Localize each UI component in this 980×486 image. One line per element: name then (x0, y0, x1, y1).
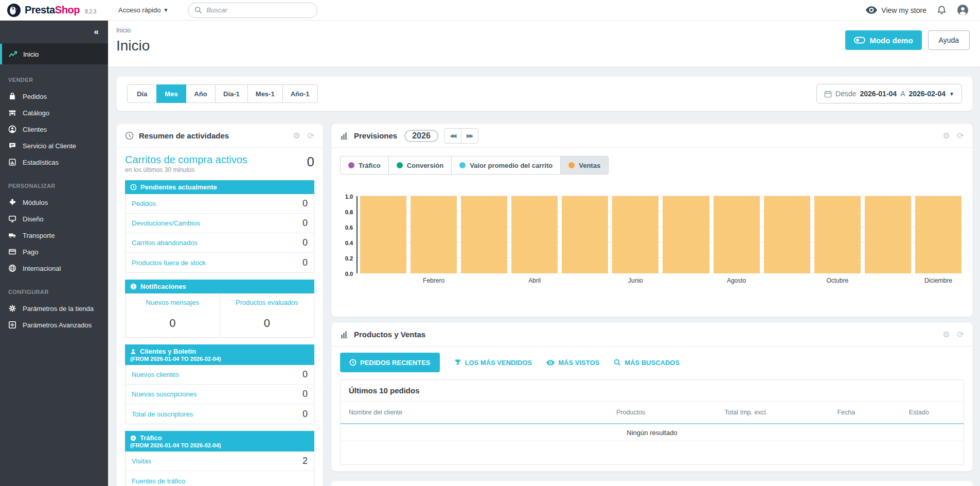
sidebar-item-modulos[interactable]: Módulos (8, 194, 100, 211)
date-separator: A (900, 90, 905, 98)
sidebar-item-label: Pago (23, 248, 38, 256)
sidebar-section-personalizar: PERSONALIZAR Módulos Diseño Transporte P… (0, 183, 108, 276)
refresh-icon[interactable]: ⟳ (957, 329, 964, 339)
trophy-icon (454, 359, 461, 366)
period-ano1-button[interactable]: Año-1 (282, 84, 318, 103)
column-header: Nombre del cliente (349, 409, 579, 416)
legend-valor-promedio[interactable]: Valor promedio del carrito (451, 156, 561, 175)
store-icon (8, 109, 16, 117)
tab-mas-buscados[interactable]: MÁS BUSCADOS (614, 359, 680, 367)
period-mes-button[interactable]: Mes (156, 84, 186, 103)
date-range-picker[interactable]: Desde 2026-01-04 A 2026-02-04 ▼ (816, 84, 962, 103)
notif-link[interactable]: Productos evaluados (220, 299, 314, 306)
tab-los-mas-vendidos[interactable]: LOS MÁS VENDIDOS (454, 359, 532, 367)
globe-icon (8, 264, 16, 272)
legend-trafico[interactable]: Tráfico (340, 156, 389, 175)
gear-icon[interactable]: ⚙ (293, 131, 300, 141)
user-icon[interactable] (957, 4, 969, 16)
sidebar-item-clientes[interactable]: Clientes (8, 121, 100, 137)
sidebar-item-catalogo[interactable]: Catálogo (8, 105, 100, 121)
caret-down-icon: ▼ (163, 7, 168, 13)
column-header: Productos (579, 409, 682, 416)
bar-noviembre (865, 196, 911, 273)
dashboard-content: Día Mes Año Día-1 Mes-1 Año-1 Desde 2026… (108, 67, 980, 486)
sidebar-item-servicio[interactable]: Servicio al Cliente (8, 137, 100, 154)
table-row: Total de suscriptores0 (126, 404, 314, 424)
sidebar-item-label: Catálogo (23, 109, 49, 117)
legend-conversion[interactable]: Conversión (388, 156, 452, 175)
bell-icon[interactable] (937, 5, 947, 15)
view-my-store-link[interactable]: View my store (866, 6, 926, 14)
gear-icon[interactable]: ⚙ (942, 329, 950, 339)
card-title: Últimos 10 pedidos (341, 380, 964, 402)
x-tick-label: Febrero (411, 277, 457, 284)
sidebar-item-label: Módulos (23, 199, 48, 206)
x-tick-label (562, 277, 608, 284)
customers-rows: Nuevos clientes0 Nuevas suscripciones0 T… (125, 365, 314, 424)
traffic-icon (130, 435, 136, 441)
section-title: PERSONALIZAR (8, 183, 100, 189)
sidebar: « Inicio VENDER Pedidos Catálogo Cliente… (0, 21, 108, 486)
prestashop-logo[interactable]: PrestaShop 8.2.3 (0, 4, 109, 17)
pending-rows: Pedidos0 Devoluciones/Cambios0 Carritos … (125, 194, 314, 273)
legend-dot (348, 162, 354, 168)
active-carts-link[interactable]: Carritos de compra activos (125, 154, 247, 166)
breadcrumb[interactable]: Inicio (116, 27, 131, 34)
year-badge[interactable]: 2026 (404, 130, 438, 142)
sidebar-item-diseno[interactable]: Diseño (8, 211, 100, 227)
x-tick-label: Diciembre (915, 277, 961, 284)
sidebar-item-inicio[interactable]: Inicio (0, 44, 108, 64)
sidebar-item-parametros-avanzados[interactable]: Parámetros Avanzados (8, 317, 100, 333)
puzzle-icon (8, 198, 16, 206)
demo-mode-button[interactable]: Modo demo (845, 30, 921, 50)
forecast-y-axis: 0.00.20.40.60.81.0 (338, 196, 357, 273)
calendar-icon (824, 90, 832, 98)
x-tick-label (461, 277, 507, 284)
panel-title: Previsiones (354, 131, 397, 140)
sidebar-item-transporte[interactable]: Transporte (8, 227, 100, 244)
notifications-band: Notificaciones (125, 280, 314, 293)
main-area: Inicio Inicio Modo demo Ayuda Día Mes Añ… (108, 21, 980, 486)
refresh-icon[interactable]: ⟳ (308, 131, 314, 141)
gear-icon[interactable]: ⚙ (942, 131, 950, 141)
sidebar-item-pago[interactable]: Pago (8, 244, 100, 260)
period-ano-button[interactable]: Año (186, 84, 216, 103)
legend-ventas[interactable]: Ventas (560, 156, 609, 175)
refresh-icon[interactable]: ⟳ (957, 131, 964, 141)
help-button[interactable]: Ayuda (928, 30, 970, 50)
column-header: Total Imp. excl. (682, 409, 810, 416)
search-input[interactable] (206, 6, 311, 14)
search-icon (194, 6, 202, 14)
period-dia1-button[interactable]: Día-1 (215, 84, 248, 103)
sidebar-item-label: Pedidos (23, 93, 47, 100)
period-mes1-button[interactable]: Mes-1 (247, 84, 283, 103)
section-title: CONFIGURAR (8, 289, 100, 295)
next-year-button[interactable]: ▶▶ (461, 128, 478, 144)
sidebar-item-parametros-tienda[interactable]: Parámetros de la tienda (8, 300, 100, 317)
traffic-rows: Visitas2 Fuentes de tráfico (125, 452, 314, 486)
notif-link[interactable]: Nuevos mensajes (126, 299, 220, 306)
sidebar-item-pedidos[interactable]: Pedidos (8, 88, 100, 105)
notifications-cols: Nuevos mensajes0 Productos evaluados0 (125, 293, 314, 338)
sidebar-item-internacional[interactable]: Internacional (8, 260, 100, 276)
quick-access-dropdown[interactable]: Acceso rápido ▼ (118, 6, 168, 14)
sidebar-item-label: Estadísticas (23, 159, 59, 166)
search-box[interactable] (188, 3, 317, 18)
sidebar-item-label: Inicio (23, 50, 39, 58)
sidebar-collapse-icon[interactable]: « (94, 27, 99, 37)
sidebar-item-estadisticas[interactable]: Estadísticas (8, 154, 100, 170)
period-dia-button[interactable]: Día (127, 84, 157, 103)
x-tick-label: Junio (612, 277, 658, 284)
table-row: Pedidos0 (126, 194, 314, 214)
active-carts-subtitle: en los últimos 30 minutos (125, 166, 247, 173)
tab-pedidos-recientes[interactable]: PEDIDOS RECIENTES (340, 353, 440, 372)
clock-icon (349, 359, 357, 366)
date-prefix: Desde (835, 90, 856, 98)
brand-wordmark: PrestaShop (25, 4, 80, 16)
prev-year-button[interactable]: ◀◀ (444, 128, 461, 144)
recent-orders-card: Últimos 10 pedidos Nombre del cliente Pr… (340, 379, 964, 465)
legend-dot (397, 162, 403, 168)
sidebar-item-label: Transporte (23, 232, 55, 239)
pending-band: Pendientes actualmente (125, 180, 314, 194)
tab-mas-vistos[interactable]: MÁS VISTOS (546, 359, 599, 367)
